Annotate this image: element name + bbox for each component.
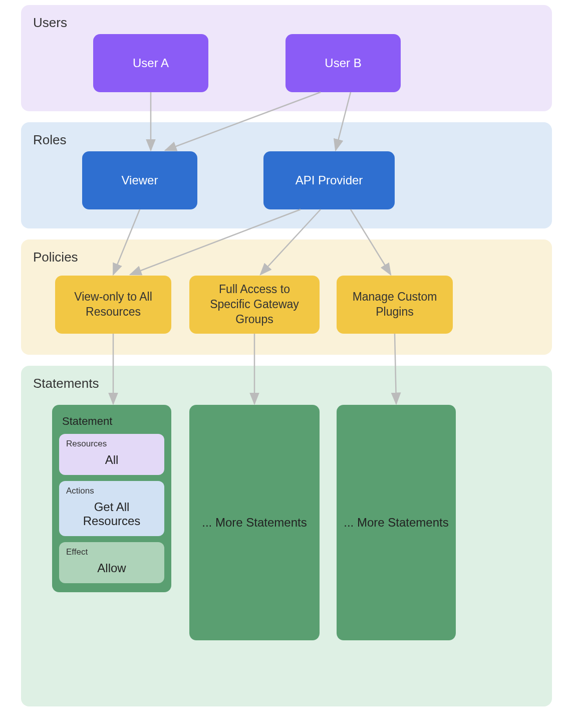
more-statements-2-label: ... More Statements [344, 516, 448, 530]
more-statements-1-label: ... More Statements [202, 516, 307, 530]
node-user-a-label: User A [133, 55, 169, 71]
statement-effect-value: Allow [66, 561, 157, 575]
statement-effect-card: Effect Allow [59, 542, 164, 583]
node-policy-view-only-label: View-only to All Resources [64, 290, 162, 320]
node-policy-manage-plugins-label: Manage Custom Plugins [346, 290, 444, 320]
statement-effect-label: Effect [66, 547, 157, 557]
more-statements-1: ... More Statements [189, 405, 320, 640]
node-role-viewer-label: Viewer [122, 172, 158, 188]
statement-card-title: Statement [62, 415, 164, 428]
statement-resources-card: Resources All [59, 434, 164, 475]
node-policy-view-only: View-only to All Resources [55, 276, 171, 334]
statement-card: Statement Resources All Actions Get All … [52, 405, 171, 592]
node-policy-manage-plugins: Manage Custom Plugins [337, 276, 453, 334]
node-role-api-provider: API Provider [263, 151, 395, 209]
node-user-b-label: User B [325, 55, 361, 71]
node-policy-full-access: Full Access to Specific Gateway Groups [189, 276, 320, 334]
node-role-viewer: Viewer [82, 151, 197, 209]
section-policies-title: Policies [33, 250, 540, 265]
statement-actions-card: Actions Get All Resources [59, 481, 164, 536]
node-user-a: User A [93, 34, 208, 92]
statement-actions-label: Actions [66, 486, 157, 496]
statement-actions-value: Get All Resources [66, 500, 157, 528]
node-policy-full-access-label: Full Access to Specific Gateway Groups [198, 282, 311, 327]
section-statements-title: Statements [33, 376, 540, 391]
statement-resources-label: Resources [66, 439, 157, 449]
node-user-b: User B [285, 34, 401, 92]
statement-resources-value: All [66, 453, 157, 467]
section-users-title: Users [33, 15, 540, 31]
more-statements-2: ... More Statements [337, 405, 456, 640]
node-role-api-provider-label: API Provider [296, 172, 363, 188]
section-roles-title: Roles [33, 132, 540, 148]
